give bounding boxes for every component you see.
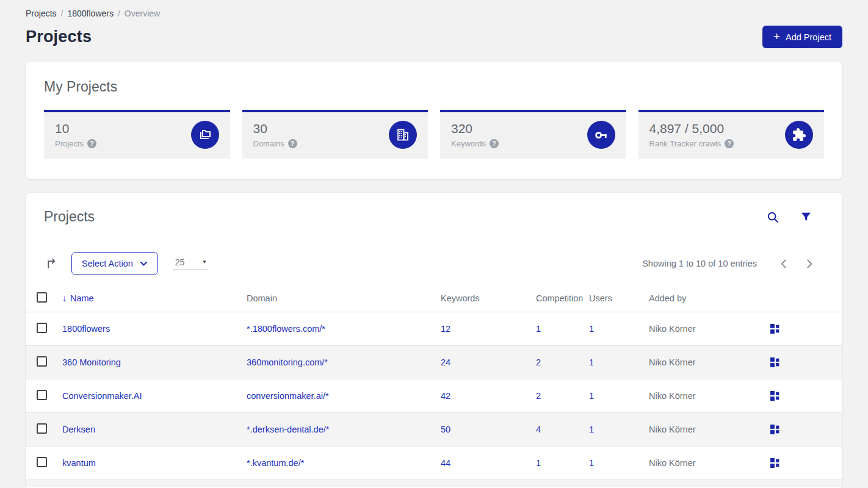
table-header-row: ↓ Name Domain Keywords Competition Users… <box>26 285 842 312</box>
competition-count-link[interactable]: 4 <box>536 425 541 434</box>
competition-count-link[interactable]: 2 <box>536 391 541 401</box>
project-name-link[interactable]: Derksen <box>62 425 95 434</box>
column-header-added-by[interactable]: Added by <box>639 285 757 312</box>
users-count-link[interactable]: 1 <box>589 391 594 401</box>
select-action-label: Select Action <box>82 259 133 268</box>
page-size-value: 25 <box>175 257 185 267</box>
added-by-text: Niko Körner <box>639 379 757 413</box>
breadcrumb-projects[interactable]: Projects <box>26 9 57 18</box>
competition-count-link[interactable]: 1 <box>536 458 541 468</box>
my-projects-title: My Projects <box>44 79 824 95</box>
added-by-text: Niko Körner <box>639 447 757 480</box>
column-header-domain[interactable]: Domain <box>237 285 431 312</box>
table-row: 360 Monitoring 360monitoring.com/* 24 2 … <box>26 346 842 379</box>
my-projects-card: My Projects 10 Projects ? <box>26 62 842 179</box>
stat-projects-label: Projects <box>55 139 84 148</box>
row-checkbox[interactable] <box>37 457 47 467</box>
stats-grid: 10 Projects ? 30 Domai <box>44 110 824 159</box>
plus-icon: + <box>773 30 780 42</box>
dashboard-grid-icon[interactable] <box>769 457 781 469</box>
help-icon[interactable]: ? <box>725 139 734 148</box>
table-row: 1800flowers *.1800flowers.com/* 12 1 1 N… <box>26 312 842 346</box>
row-checkbox[interactable] <box>37 323 47 333</box>
breadcrumb-separator: / <box>61 9 63 18</box>
projects-card: Projects <box>26 193 842 488</box>
stat-projects: 10 Projects ? <box>44 110 230 159</box>
project-domain-link[interactable]: *.1800flowers.com/* <box>247 324 325 334</box>
competition-count-link[interactable]: 1 <box>536 324 541 334</box>
dashboard-grid-icon[interactable] <box>769 390 781 402</box>
select-all-checkbox[interactable] <box>37 292 47 303</box>
export-icon[interactable] <box>44 256 59 271</box>
folders-icon <box>191 121 219 149</box>
column-header-keywords[interactable]: Keywords <box>431 285 526 312</box>
project-domain-link[interactable]: *.derksen-dental.de/* <box>247 425 329 434</box>
breadcrumb: Projects / 1800flowers / Overview <box>26 0 842 18</box>
table-row: kvantum *.kvantum.de/* 44 1 1 Niko Körne… <box>26 447 842 480</box>
stat-domains: 30 Domains ? <box>242 110 429 159</box>
breadcrumb-separator: / <box>118 9 120 18</box>
users-count-link[interactable]: 1 <box>589 458 594 468</box>
project-name-link[interactable]: Conversionmaker.AI <box>62 391 142 401</box>
added-by-text: Niko Körner <box>639 413 757 447</box>
page-title: Projects <box>26 27 92 46</box>
stat-domains-value: 30 <box>253 121 297 136</box>
help-icon[interactable]: ? <box>87 139 96 148</box>
row-checkbox[interactable] <box>37 423 47 434</box>
project-domain-link[interactable]: conversionmaker.ai/* <box>247 391 329 401</box>
competition-count-link[interactable]: 2 <box>536 357 541 367</box>
table-row: Conversionmaker.AI conversionmaker.ai/* … <box>26 379 842 413</box>
showing-entries-text: Showing 1 to 10 of 10 entries <box>642 259 757 268</box>
search-icon[interactable] <box>765 209 781 225</box>
add-project-button[interactable]: + Add Project <box>762 26 842 48</box>
stat-keywords-label: Keywords <box>451 139 486 148</box>
page-size-select[interactable]: 25 ▼ <box>173 257 208 270</box>
help-icon[interactable]: ? <box>490 139 499 148</box>
keywords-count-link[interactable]: 50 <box>441 425 450 434</box>
project-domain-link[interactable]: 360monitoring.com/* <box>247 357 328 367</box>
filter-icon[interactable] <box>799 210 813 224</box>
users-count-link[interactable]: 1 <box>589 425 594 434</box>
column-header-name[interactable]: ↓ Name <box>52 285 237 312</box>
row-checkbox[interactable] <box>37 356 47 367</box>
project-domain-link[interactable]: *.kvantum.de/* <box>247 458 304 468</box>
select-action-dropdown[interactable]: Select Action <box>71 252 158 275</box>
building-icon <box>389 121 417 149</box>
select-triangle-icon: ▼ <box>202 259 207 265</box>
puzzle-icon <box>785 121 813 149</box>
key-icon <box>587 121 615 149</box>
help-icon[interactable]: ? <box>288 139 297 148</box>
row-checkbox[interactable] <box>37 390 47 400</box>
page-header: Projects + Add Project <box>26 26 842 48</box>
stat-keywords: 320 Keywords ? <box>440 110 626 159</box>
project-name-link[interactable]: kvantum <box>62 458 96 468</box>
column-header-competition[interactable]: Competition <box>526 285 579 312</box>
pagination-prev-icon[interactable] <box>773 256 794 271</box>
stat-crawls-label: Rank Tracker crawls <box>649 139 722 148</box>
project-name-link[interactable]: 1800flowers <box>62 324 110 334</box>
keywords-count-link[interactable]: 24 <box>441 357 450 367</box>
projects-table: ↓ Name Domain Keywords Competition Users… <box>26 285 842 480</box>
keywords-count-link[interactable]: 44 <box>441 458 450 468</box>
added-by-text: Niko Körner <box>639 346 757 379</box>
users-count-link[interactable]: 1 <box>589 324 594 334</box>
dashboard-grid-icon[interactable] <box>769 423 781 436</box>
breadcrumb-overview: Overview <box>125 9 160 18</box>
stat-rank-tracker-crawls: 4,897 / 5,000 Rank Tracker crawls ? <box>638 110 825 159</box>
breadcrumb-1800flowers[interactable]: 1800flowers <box>67 9 114 18</box>
keywords-count-link[interactable]: 12 <box>441 324 450 334</box>
add-project-label: Add Project <box>786 32 831 42</box>
dashboard-grid-icon[interactable] <box>769 323 781 335</box>
stat-domains-label: Domains <box>253 139 284 148</box>
stat-projects-value: 10 <box>55 121 96 136</box>
keywords-count-link[interactable]: 42 <box>441 391 450 401</box>
table-row-partial <box>26 480 842 487</box>
column-header-users[interactable]: Users <box>579 285 639 312</box>
stat-keywords-value: 320 <box>451 121 499 136</box>
users-count-link[interactable]: 1 <box>589 357 594 367</box>
added-by-text: Niko Körner <box>639 312 757 346</box>
dashboard-grid-icon[interactable] <box>769 356 781 368</box>
page: Projects / 1800flowers / Overview Projec… <box>0 0 868 488</box>
pagination-next-icon[interactable] <box>799 256 820 271</box>
project-name-link[interactable]: 360 Monitoring <box>62 357 121 367</box>
